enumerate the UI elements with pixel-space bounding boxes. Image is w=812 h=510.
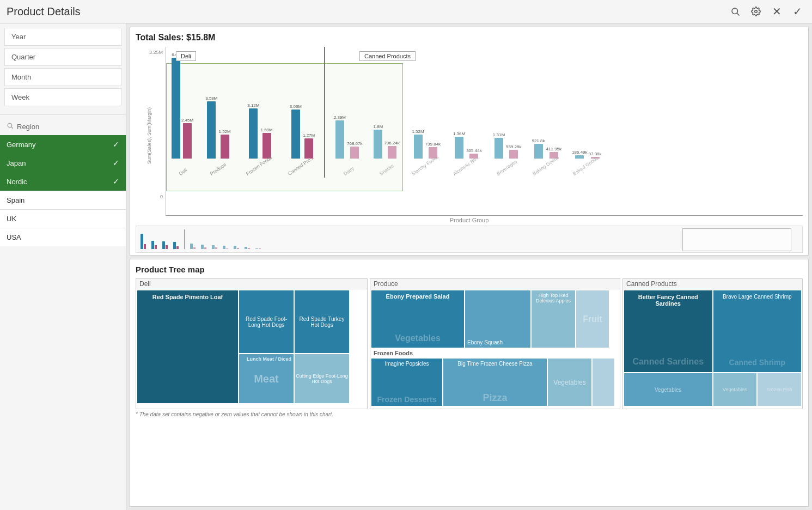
svg-point-3 [8, 123, 12, 127]
bar-dairy-sales [335, 120, 344, 159]
bar-group-starchy: 1.52M 739.84k Starchy Foods [411, 129, 442, 178]
tm-frozen-popsicles: Imagine Popsicles Frozen Desserts [371, 359, 442, 406]
bar-group-baking: 921.8k 411.95k Baking Goods [532, 138, 563, 178]
tm-canned-veg1: Vegetables [624, 373, 712, 406]
svg-point-2 [755, 10, 758, 13]
sidebar-item-nordic[interactable]: Nordic ✓ [0, 172, 126, 191]
tm-canned-sardines-main: Better Fancy Canned Sardines Canned Sard… [624, 290, 712, 372]
bar-group-snacks: 1.8M 796.24k Snacks [373, 124, 399, 178]
bar-baked-sales [575, 155, 584, 159]
treemap-note: * The data set contains negative or zero… [136, 411, 803, 417]
bar-deli-sales [172, 58, 180, 159]
deli-section-label: Deli [136, 279, 367, 289]
bar-snacks-margin [388, 146, 396, 159]
sidebar-item-germany[interactable]: Germany ✓ [0, 135, 126, 154]
svg-point-0 [732, 8, 738, 14]
tm-canned-shrimp-main: Bravo Large Canned Shrimp Canned Shrimp [713, 290, 802, 372]
check-button[interactable]: ✓ [789, 3, 805, 20]
close-button[interactable]: ✕ [768, 3, 785, 20]
sidebar-item-uk[interactable]: UK [0, 209, 126, 228]
minimap-thumb[interactable] [682, 228, 791, 251]
settings-button[interactable] [748, 3, 764, 20]
bar-dairy-margin [350, 147, 359, 159]
bar-deli-margin [183, 123, 192, 159]
y-tick-top: 3.25M [149, 50, 163, 55]
frozen-section-sublabel: Frozen Foods [371, 349, 415, 357]
callout-deli: Deli [176, 51, 196, 61]
treemap-panel: Product Tree map Deli Red Spade Pimento … [130, 259, 809, 507]
bar-group-canned: 3.06M 1.27M Canned Pro... [287, 104, 318, 178]
tm-produce-apples: High Top Red Delcious Apples [532, 290, 575, 348]
treemap-title: Product Tree map [136, 265, 803, 274]
search-button[interactable] [727, 3, 743, 20]
bar-produce-sales [207, 101, 216, 159]
bar-canned-sales [291, 110, 300, 159]
bar-group-dairy: 2.39M 768.67k Dairy [334, 115, 363, 178]
bar-frozen-sales [249, 108, 258, 159]
check-icon-japan: ✓ [113, 159, 119, 167]
bar-group-alcoholic: 1.36M 305.44k Alcoholic Be... [452, 131, 483, 178]
tm-deli-pimento: Red Spade Pimento Loaf [137, 290, 238, 403]
tm-produce-salad: Ebony Prepared Salad Vegetables [371, 290, 464, 348]
sidebar-filter-month[interactable]: Month [4, 68, 121, 86]
tm-produce-squash: Ebony Squash [465, 290, 530, 348]
category-divider [324, 47, 325, 178]
header-toolbar: ✕ ✓ [727, 3, 805, 20]
tm-canned-fish: Frozen Fish [758, 373, 801, 406]
svg-line-4 [11, 127, 13, 129]
tm-canned-small-group: Vegetables Frozen Fish [713, 373, 802, 406]
bar-beverages-sales [494, 138, 503, 159]
y-tick-bottom: 0 [160, 194, 163, 199]
bar-group-baked: 186.49k 97.38k Baked Goods [572, 150, 602, 178]
treemap-produce-section: Produce Ebony Prepared Salad Vegetables … [370, 278, 620, 409]
treemap-deli-section: Deli Red Spade Pimento Loaf Red Spade Fo… [136, 278, 368, 409]
bar-group-frozen: 3.12M 1.59M Frozen Foods [245, 103, 276, 178]
tm-frozen-pizza: Big Time Frozen Cheese Pizza Pizza [443, 359, 547, 406]
tm-deli-cutting: Cutting Edge Foot-Long Hot Dogs [295, 354, 349, 403]
bar-group-beverages: 1.31M 559.28k Beverages [493, 132, 522, 178]
sidebar-filter-year[interactable]: Year [4, 28, 121, 46]
bar-produce-margin [221, 135, 229, 159]
region-label: Region [17, 123, 39, 131]
bar-group-produce: 3.58M 1.52M Produce [205, 96, 230, 178]
sidebar: Year Quarter Month Week Region Germany ✓… [0, 23, 126, 510]
sidebar-item-japan[interactable]: Japan ✓ [0, 154, 126, 172]
page-title: Product Details [7, 5, 81, 18]
canned-section-label: Canned Products [623, 279, 802, 289]
sidebar-item-spain[interactable]: Spain [0, 191, 126, 209]
bar-starchy-sales [414, 135, 423, 159]
bar-group-deli: 6.6.. 2.45M Deli [172, 52, 193, 178]
bar-beverages-margin [509, 150, 518, 159]
chart-panel: Total Sales: $15.8M 3.25M 0 Sum(Sales), … [130, 27, 809, 256]
check-icon-nordic: ✓ [113, 177, 119, 186]
tm-deli-turkey: Red Spade Turkey Hot Dogs [295, 290, 349, 353]
tm-deli-footlong: Red Spade Foot-Long Hot Dogs [239, 290, 294, 353]
chart-title: Total Sales: $15.8M [136, 33, 803, 42]
sidebar-filter-quarter[interactable]: Quarter [4, 48, 121, 66]
x-axis-label: Product Group [136, 217, 803, 223]
tm-deli-meat: Meat Lunch Meat / Diced [239, 354, 294, 403]
produce-section-label: Produce [370, 279, 620, 289]
treemap-canned-section: Canned Products Better Fancy Canned Sard… [622, 278, 803, 409]
sidebar-item-usa[interactable]: USA [0, 228, 126, 246]
bar-snacks-sales [374, 130, 382, 159]
bar-baking-sales [534, 144, 543, 159]
tm-frozen-small [593, 359, 614, 406]
callout-canned: Canned Products [359, 51, 416, 61]
tm-produce-fruit: Fruit [576, 290, 609, 348]
y-axis-label: Sum(Sales), Sum(Margin) [146, 137, 152, 164]
check-icon-germany: ✓ [113, 140, 119, 149]
region-header: Region [0, 118, 126, 135]
search-icon [7, 122, 14, 131]
sidebar-filter-week[interactable]: Week [4, 88, 121, 106]
chart-minimap[interactable] [136, 226, 803, 253]
svg-line-1 [737, 13, 739, 15]
tm-canned-veg2: Vegetables [713, 373, 757, 406]
bar-alcoholic-sales [455, 137, 463, 159]
tm-frozen-veg: Vegetables [548, 359, 591, 406]
